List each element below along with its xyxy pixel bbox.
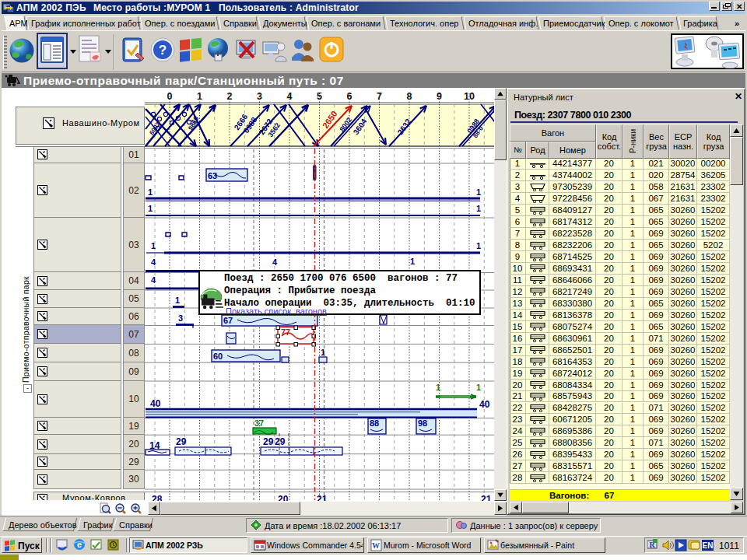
svg-text:1: 1 — [476, 241, 481, 250]
svg-text:4: 4 — [151, 257, 156, 267]
svg-text:28: 28 — [152, 494, 163, 501]
svg-text:40: 40 — [150, 398, 161, 409]
svg-text:88: 88 — [370, 418, 379, 428]
svg-text:1: 1 — [476, 204, 481, 213]
svg-text:98: 98 — [418, 418, 427, 428]
svg-text:77: 77 — [281, 327, 290, 337]
svg-text:29: 29 — [176, 436, 187, 447]
svg-text:21: 21 — [481, 494, 492, 501]
svg-text:4: 4 — [151, 275, 156, 285]
svg-text:67: 67 — [223, 316, 233, 325]
svg-text:40: 40 — [479, 399, 490, 410]
svg-text:4: 4 — [272, 257, 278, 267]
svg-text:W: W — [372, 541, 380, 550]
svg-text:1: 1 — [175, 296, 180, 305]
svg-text:29: 29 — [275, 436, 286, 447]
svg-text:21: 21 — [317, 494, 328, 501]
svg-text:60: 60 — [213, 352, 223, 361]
svg-text:EN: EN — [703, 541, 714, 550]
svg-text:37: 37 — [254, 418, 264, 428]
svg-text:1: 1 — [476, 187, 481, 197]
svg-text:3: 3 — [178, 313, 183, 323]
svg-text:1: 1 — [148, 204, 153, 213]
svg-text:20: 20 — [278, 494, 289, 501]
svg-text:29: 29 — [263, 436, 274, 447]
svg-text:?: ? — [159, 43, 167, 58]
svg-text:1: 1 — [410, 257, 415, 266]
svg-text:1: 1 — [476, 383, 481, 392]
svg-text:63: 63 — [208, 171, 217, 180]
svg-text:1: 1 — [321, 348, 325, 357]
svg-text:1: 1 — [151, 241, 156, 250]
svg-text:1: 1 — [436, 383, 440, 392]
svg-text:1: 1 — [148, 187, 153, 197]
